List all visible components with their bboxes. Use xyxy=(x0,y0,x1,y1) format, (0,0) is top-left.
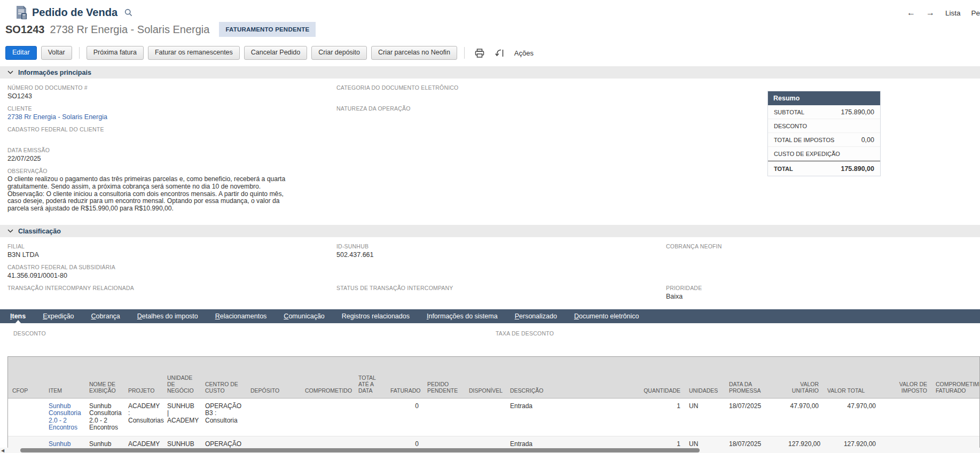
create-deposit-button[interactable]: Criar depósito xyxy=(311,46,367,60)
field-operation-nature: NATUREZA DA OPERAÇÃO xyxy=(336,105,561,122)
scroll-left-arrow-icon[interactable]: ◀ xyxy=(1,448,4,453)
summary-subtotal: SUBTOTAL 175.890,00 xyxy=(768,105,880,119)
tab-documento-eletronico[interactable]: Documento eletrônico xyxy=(574,313,639,320)
col-total: VALOR TOTAL xyxy=(823,357,880,398)
col-back-ordered: PEDIDO PENDENTE xyxy=(423,357,465,398)
item-link[interactable]: Sunhub Consultoria 2.0 - 2 Encontros xyxy=(49,402,81,432)
field-customer-federal-id: CADASTRO FEDERAL DO CLIENTE xyxy=(7,126,299,143)
table-header-row: CFOP ITEM NOME DE EXIBIÇÃO PROJETO UNIDA… xyxy=(8,357,980,398)
field-spacer xyxy=(336,264,561,285)
summary-box: Resumo SUBTOTAL 175.890,00 DESCONTO TOTA… xyxy=(767,91,881,176)
col-total-to-date: TOTAL ATÉ A DATA xyxy=(354,357,386,398)
field-customer: CLIENTE 2738 Rr Energia - Solaris Energi… xyxy=(7,105,299,122)
toolbar-divider xyxy=(464,47,465,59)
sales-order-icon xyxy=(16,5,27,19)
active-tab-pointer xyxy=(15,320,21,324)
field-spacer xyxy=(666,264,826,285)
print-icon[interactable] xyxy=(475,49,484,58)
col-billed: FATURADO xyxy=(386,357,423,398)
bill-remaining-button[interactable]: Faturar os remanescentes xyxy=(148,46,240,60)
classification-mid-column: ID-SUNHUB 502.437.661 STATUS DE TRANSAÇÃ… xyxy=(336,243,561,306)
nav-forward-icon[interactable]: → xyxy=(926,9,935,17)
col-cfop: CFOP xyxy=(8,357,44,398)
summary-taxes: TOTAL DE IMPOSTOS 0,00 xyxy=(768,133,880,147)
create-installments-button[interactable]: Criar parcelas no Neofin xyxy=(371,46,457,60)
main-info-mid-column: CATEGORIA DO DOCUMENTO ELETRÔNICO NATURE… xyxy=(336,84,561,126)
col-description: DESCRIÇÃO xyxy=(506,357,631,398)
summary-discount: DESCONTO xyxy=(768,119,880,133)
record-name: 2738 Rr Energia - Solaris Energia xyxy=(50,24,209,36)
status-badge: FATURAMENTO PENDENTE xyxy=(219,22,316,37)
back-button[interactable]: Voltar xyxy=(41,46,72,60)
summary-title: Resumo xyxy=(768,91,880,105)
actions-menu[interactable]: Ações xyxy=(514,49,534,57)
tab-informacoes-sistema[interactable]: Informações do sistema xyxy=(427,313,498,320)
section-title: Informações principais xyxy=(18,69,91,76)
field-doc-number: NÚMERO DO DOCUMENTO # SO1243 xyxy=(7,84,299,101)
record-header: SO1243 2738 Rr Energia - Solaris Energia… xyxy=(5,22,316,37)
chevron-down-icon[interactable] xyxy=(7,71,13,74)
chevron-down-icon[interactable] xyxy=(7,229,13,233)
tab-cobranca[interactable]: Cobrança xyxy=(91,313,120,320)
subtab-bar: Itens Expedição Cobrança Detalhes do imp… xyxy=(0,309,980,323)
classification-left-column: FILIAL B3N LTDA CADASTRO FEDERAL DA SUBS… xyxy=(7,243,299,306)
search-icon[interactable] xyxy=(124,9,132,17)
nav-back-icon[interactable]: ← xyxy=(907,9,915,17)
discount-rate-field-label: TAXA DE DESCONTO xyxy=(496,330,554,337)
col-cost-center: CENTRO DE CUSTO xyxy=(201,357,246,398)
field-issue-date: DATA EMISSÃO 22/07/2025 xyxy=(7,147,299,163)
col-tax-amount: VALOR DE IMPOSTO xyxy=(880,357,931,398)
tab-registros-relacionados[interactable]: Registros relacionados xyxy=(342,313,410,320)
col-promise-date: DATA DA PROMESSA xyxy=(725,357,784,398)
field-subsidiary-federal-id: CADASTRO FEDERAL DA SUBSIDIÁRIA 41.356.0… xyxy=(7,264,299,280)
field-memo: OBSERVAÇÃO O cliente realizou o pagament… xyxy=(7,168,299,213)
customer-link[interactable]: 2738 Rr Energia - Solaris Energia xyxy=(7,113,299,122)
cancel-order-button[interactable]: Cancelar Pedido xyxy=(244,46,307,60)
nav-search-link[interactable]: Pesq xyxy=(971,9,980,17)
tab-personalizado[interactable]: Personalizado xyxy=(515,313,557,320)
memo-text: O cliente realizou o pagamento das três … xyxy=(7,176,293,213)
field-edoc-category: CATEGORIA DO DOCUMENTO ELETRÔNICO xyxy=(336,84,561,101)
classification-right-column: COBRANÇA NEOFIN PRIORIDADE Baixa xyxy=(666,243,826,306)
discount-field-label: DESCONTO xyxy=(13,330,46,337)
page-title: Pedido de Venda xyxy=(32,6,117,19)
col-project: PROJETO xyxy=(124,357,163,398)
tab-comunicacao[interactable]: Comunicação xyxy=(284,313,324,320)
tab-expedicao[interactable]: Expedição xyxy=(43,313,74,320)
col-billed-commitment: COMPROMETIMENTO FATURADO xyxy=(931,357,980,398)
toolbar: Editar Voltar Próxima fatura Faturar os … xyxy=(5,46,534,60)
edit-button[interactable]: Editar xyxy=(5,46,37,60)
tab-itens[interactable]: Itens xyxy=(10,313,26,320)
field-intercompany-transaction: TRANSAÇÃO INTERCOMPANY RELACIONADA xyxy=(7,285,299,301)
field-id-sunhub: ID-SUNHUB 502.437.661 xyxy=(336,243,561,260)
record-nav: ← → Lista Pesq xyxy=(907,9,980,17)
table-row: Sunhub Consultoria 2.0 - 2 Encontros Sun… xyxy=(8,398,980,436)
col-display-name: NOME DE EXIBIÇÃO xyxy=(85,357,124,398)
section-main-info: Informações principais xyxy=(0,66,980,79)
col-warehouse: DEPÓSITO xyxy=(246,357,301,398)
col-units: UNIDADES xyxy=(685,357,725,398)
tab-relacionamentos[interactable]: Relacionamentos xyxy=(215,313,267,320)
field-priority: PRIORIDADE Baixa xyxy=(666,285,826,301)
field-intercompany-status: STATUS DE TRANSAÇÃO INTERCOMPANY xyxy=(336,285,561,301)
tab-detalhes-imposto[interactable]: Detalhes do imposto xyxy=(137,313,198,320)
share-icon[interactable] xyxy=(495,49,505,58)
toolbar-divider xyxy=(79,47,80,59)
summary-shipping: CUSTO DE EXPEDIÇÃO xyxy=(768,147,880,161)
col-business-unit: UNIDADE DE NEGÓCIO xyxy=(163,357,201,398)
col-unit-price: VALOR UNITÁRIO xyxy=(784,357,823,398)
horizontal-scrollbar[interactable]: ◀ xyxy=(0,448,980,453)
field-subsidiary: FILIAL B3N LTDA xyxy=(7,243,299,260)
summary-total: TOTAL 175.890,00 xyxy=(768,161,880,176)
section-title: Classificação xyxy=(18,228,61,235)
page-header: Pedido de Venda xyxy=(16,5,132,19)
nav-list-link[interactable]: Lista xyxy=(945,9,961,17)
sales-order-page: Pedido de Venda ← → Lista Pesq SO1243 27… xyxy=(0,0,980,453)
record-id: SO1243 xyxy=(5,24,44,36)
field-neofin-billing: COBRANÇA NEOFIN xyxy=(666,243,826,260)
scrollbar-thumb[interactable] xyxy=(20,448,700,452)
main-info-left-column: NÚMERO DO DOCUMENTO # SO1243 CLIENTE 273… xyxy=(7,84,299,217)
col-committed: COMPROMETIDO xyxy=(301,357,354,398)
next-invoice-button[interactable]: Próxima fatura xyxy=(87,46,144,60)
col-item: ITEM xyxy=(44,357,85,398)
